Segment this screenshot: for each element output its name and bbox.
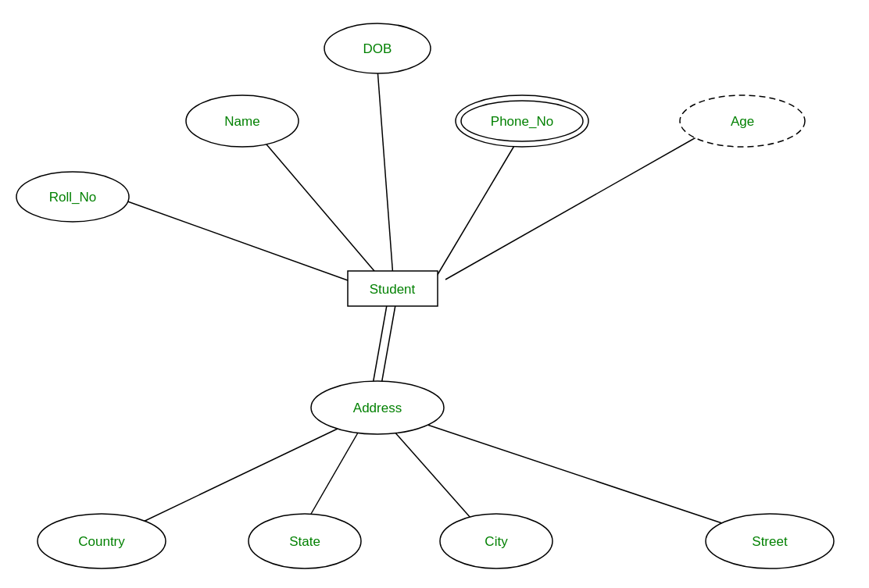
- address-label: Address: [353, 401, 402, 415]
- line-student-age: [445, 129, 711, 280]
- street-label: Street: [752, 534, 788, 549]
- line-student-address-2: [381, 301, 396, 389]
- age-label: Age: [731, 114, 754, 129]
- line-student-rollno: [121, 199, 367, 287]
- country-label: Country: [78, 534, 125, 549]
- line-student-phoneno: [434, 137, 520, 281]
- line-address-state: [305, 423, 363, 525]
- line-address-street: [406, 418, 727, 525]
- line-address-city: [387, 423, 477, 525]
- er-diagram: Student DOB Name Phone_No Age Roll_No Ad…: [0, 0, 869, 588]
- phoneno-label: Phone_No: [491, 114, 553, 129]
- line-address-country: [137, 420, 356, 525]
- student-label: Student: [370, 282, 416, 297]
- line-student-address-1: [372, 301, 388, 389]
- dob-label: DOB: [363, 41, 392, 56]
- line-student-dob: [377, 69, 393, 277]
- city-label: City: [485, 534, 508, 549]
- state-label: State: [289, 534, 320, 549]
- line-student-name: [258, 134, 383, 281]
- name-label: Name: [224, 114, 259, 129]
- rollno-label: Roll_No: [49, 190, 96, 205]
